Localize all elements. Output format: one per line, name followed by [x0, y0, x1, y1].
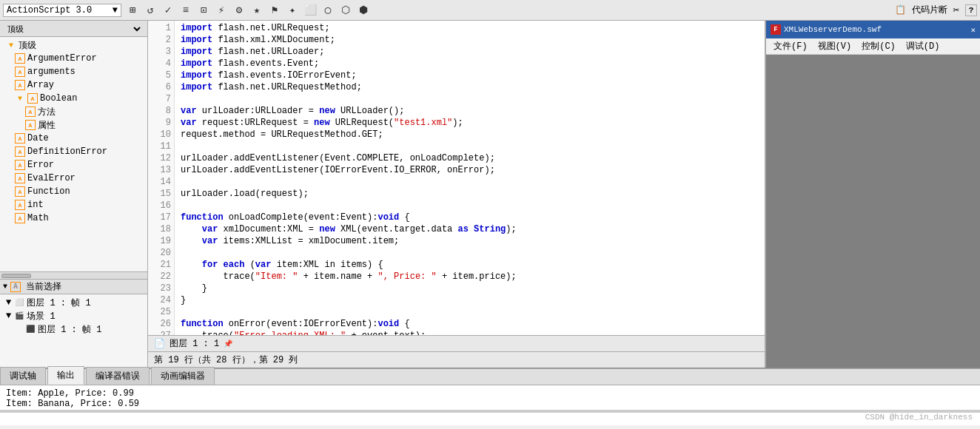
- class-icon: A: [15, 200, 25, 210]
- folder-icon: ▼: [6, 40, 16, 50]
- tree-item-property[interactable]: A 属性: [0, 118, 147, 132]
- tree-item-toplevel[interactable]: ▼ 顶级: [0, 38, 147, 52]
- collapse-icon[interactable]: ▼: [3, 283, 7, 291]
- tree-item-array[interactable]: A Array: [0, 78, 147, 92]
- class-icon: A: [15, 133, 25, 143]
- toolbar-icon-13[interactable]: ⬡: [339, 4, 352, 17]
- toolbar-icon-2[interactable]: ↺: [144, 4, 157, 17]
- toolbar-icon-8[interactable]: ★: [250, 4, 264, 17]
- toolbar-icon-12[interactable]: ◯: [321, 4, 335, 17]
- swf-icon: F: [771, 24, 781, 35]
- swf-close-icon[interactable]: ✕: [970, 25, 976, 35]
- toolbar-icon-1[interactable]: ⊞: [126, 4, 139, 17]
- code-line: }: [181, 294, 759, 306]
- swf-menu-view[interactable]: 视图(V): [813, 38, 856, 54]
- class-icon: A: [15, 173, 25, 183]
- line-number: 10: [148, 129, 171, 141]
- toolbar-icon-10[interactable]: ✦: [286, 4, 299, 17]
- toolbar-snippet-label: 代码片断: [912, 4, 947, 16]
- line-number: 17: [148, 212, 171, 223]
- code-line: var request:URLRequest = new URLRequest(…: [181, 117, 759, 129]
- tree-item-date[interactable]: A Date: [0, 132, 147, 145]
- code-line: var items:XMLList = xmlDocument.item;: [181, 235, 759, 247]
- tab-animation-editor[interactable]: 动画编辑器: [151, 367, 215, 385]
- code-line: urlLoader.load(request);: [181, 188, 759, 200]
- line-number: 12: [148, 152, 171, 164]
- watermark: CSDN @hide_in_darkness: [865, 413, 973, 422]
- toolbar-icon-11[interactable]: ⬜: [303, 4, 317, 17]
- left-bottom-header: ▼ A 当前选择: [0, 280, 147, 294]
- left-scrollbar[interactable]: [0, 271, 147, 279]
- toolbar-icon-14[interactable]: ⬢: [357, 4, 370, 17]
- tree-item-method[interactable]: A 方法: [0, 105, 147, 118]
- swf-title: XMLWebserverDemo.swf: [784, 25, 882, 34]
- scene-icon: 🎬: [14, 311, 24, 321]
- line-number: 9: [148, 117, 171, 129]
- bottom-tabs: 调试轴 输出 编译器错误 动画编辑器: [0, 368, 980, 385]
- output-line-1: Item: Apple, Price: 0.99: [6, 388, 974, 399]
- tree-item-argumenterror[interactable]: A ArgumentError: [0, 52, 147, 65]
- toolbar-icon-6[interactable]: ⚡: [215, 4, 228, 17]
- swf-menu-file[interactable]: 文件(F): [769, 38, 812, 54]
- code-line: urlLoader.addEventListener(IOErrorEvent.…: [181, 164, 759, 176]
- toolbar-dropdown[interactable]: ActionScript 3.0 ▼: [3, 4, 121, 17]
- tree-label: Array: [27, 80, 54, 90]
- tree-label-toplevel: 顶级: [19, 39, 36, 52]
- swf-menu-control[interactable]: 控制(C): [857, 38, 900, 54]
- panel-dropdown[interactable]: 顶级: [4, 24, 143, 34]
- main-layout: 顶级 ▼ 顶级 A ArgumentError A arguments A Ar…: [0, 21, 980, 368]
- toolbar-icon-7[interactable]: ⚙: [232, 4, 246, 17]
- tree-item-math[interactable]: A Math: [0, 212, 147, 225]
- line-number: 24: [148, 294, 171, 306]
- line-number: 23: [148, 283, 171, 294]
- tree-item-int[interactable]: A int: [0, 198, 147, 212]
- toolbar-help-icon[interactable]: ?: [965, 4, 977, 16]
- line-number: 6: [148, 81, 171, 93]
- selection-label-layer2: 图层 1 : 帧 1: [38, 323, 101, 336]
- tree-item-boolean[interactable]: ▼ A Boolean: [0, 92, 147, 105]
- collapse-icon-3[interactable]: ▼: [6, 311, 11, 321]
- toolbar-cut-icon[interactable]: ✂: [953, 4, 959, 16]
- selection-item-layer[interactable]: ▼ ⬜ 图层 1 : 帧 1: [0, 296, 147, 309]
- code-editor[interactable]: 1234567891011121314151617181920212223242…: [148, 21, 765, 335]
- bottom-area: 调试轴 输出 编译器错误 动画编辑器 Item: Apple, Price: 0…: [0, 368, 980, 425]
- tree-item-evalerror[interactable]: A EvalError: [0, 172, 147, 185]
- selection-item-scene[interactable]: ▼ 🎬 场景 1: [0, 309, 147, 322]
- scrollbar-thumb[interactable]: [1, 274, 31, 278]
- tree-item-definitionerror[interactable]: A DefinitionError: [0, 145, 147, 158]
- tab-timeline[interactable]: 调试轴: [0, 367, 46, 385]
- code-line: [181, 200, 759, 212]
- selection-item-layer2[interactable]: ⬛ 图层 1 : 帧 1: [0, 322, 147, 336]
- swf-title-bar: F XMLWebserverDemo.swf ✕: [766, 21, 980, 38]
- tree-item-arguments[interactable]: A arguments: [0, 65, 147, 78]
- collapse-icon-2[interactable]: ▼: [6, 297, 11, 308]
- tree-item-function[interactable]: A Function: [0, 185, 147, 198]
- output-line-2: Item: Banana, Price: 0.59: [6, 399, 974, 409]
- status-text: 第 19 行（共 28 行），第 29 列: [154, 354, 298, 366]
- line-number: 20: [148, 247, 171, 259]
- class-icon: A: [15, 186, 25, 197]
- toolbar-icon-9[interactable]: ⚑: [268, 4, 281, 17]
- line-number: 18: [148, 223, 171, 235]
- tab-compiler-errors[interactable]: 编译器错误: [86, 367, 150, 385]
- line-number: 5: [148, 70, 171, 81]
- toolbar-icon-5[interactable]: ⊡: [197, 4, 210, 17]
- tree-panel: ▼ 顶级 A ArgumentError A arguments A Array…: [0, 37, 147, 271]
- left-panel: 顶级 ▼ 顶级 A ArgumentError A arguments A Ar…: [0, 21, 148, 368]
- toolbar-icon-4[interactable]: ≡: [179, 4, 192, 17]
- code-line: import flash.events.Event;: [181, 58, 759, 70]
- tab-output[interactable]: 输出: [47, 366, 84, 385]
- code-line: for each (var item:XML in items) {: [181, 259, 759, 271]
- line-number: 2: [148, 34, 171, 46]
- class-icon: A: [15, 80, 25, 90]
- class-icon: A: [15, 53, 25, 64]
- tree-item-error[interactable]: A Error: [0, 158, 147, 172]
- tree-label: EvalError: [27, 173, 75, 183]
- toolbar-icon-3[interactable]: ✓: [161, 4, 175, 17]
- code-line: function onError(event:IOErrorEvent):voi…: [181, 318, 759, 330]
- resize-handle[interactable]: [0, 410, 980, 413]
- layer-label-footer: 图层 1 : 1: [170, 337, 219, 350]
- swf-menu-debug[interactable]: 调试(D): [902, 38, 944, 54]
- line-number: 16: [148, 200, 171, 212]
- code-content[interactable]: import flash.net.URLRequest;import flash…: [175, 21, 765, 335]
